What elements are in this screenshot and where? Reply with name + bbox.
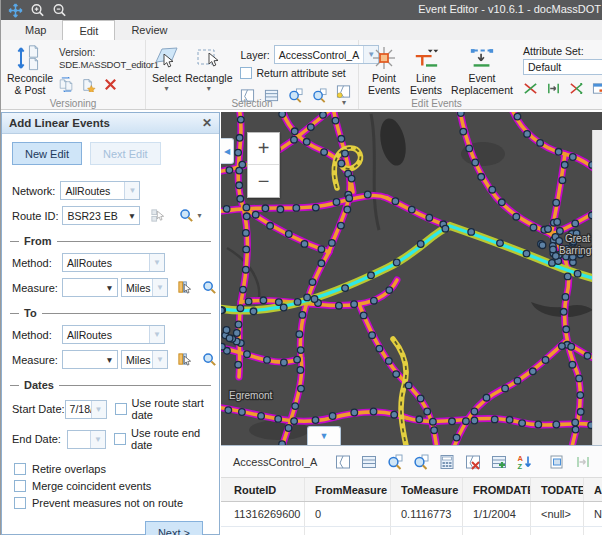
map-zoom-in-button[interactable]: + [248,133,279,165]
zoom-in-icon[interactable] [29,2,46,19]
end-date-label: End Date: [12,433,67,445]
pan-icon[interactable] [7,2,24,19]
zoom-to-route-icon [179,208,194,223]
to-measure-label: Measure: [12,354,62,366]
start-date-picker[interactable]: 7/18/ ▼ [65,400,107,419]
point-events-button[interactable]: Point Events [363,43,405,96]
pan-to-selected-icon[interactable] [413,454,429,470]
from-zoom-measure-icon[interactable] [202,280,217,295]
version-label: Version: [59,47,159,59]
prevent-measures-label: Prevent measures not on route [32,497,183,509]
field-calculator-icon[interactable] [439,454,455,470]
chevron-down-icon: ▾ [165,85,169,92]
window-title: Event Editor - v10.6.1 - docMassDOT [418,3,601,15]
route-id-combobox[interactable]: BSR23 EB ▼ [62,206,140,225]
rectangle-button[interactable]: Rectangle ▾ [183,43,234,96]
layer-label: Layer: [240,49,269,61]
return-attribute-set-checkbox[interactable] [240,67,252,79]
reconcile-post-button[interactable]: Reconcile & Post [5,43,55,96]
tab-edit[interactable]: Edit [62,20,115,40]
panel-header: Add Linear Events ✕ [2,113,219,134]
map-zoom-control: + − [247,132,280,198]
attribute-set-label: Attribute Set: [523,45,602,57]
add-record-icon[interactable] [491,454,507,470]
line-events-button[interactable]: Line Events [405,43,447,96]
end-date-picker[interactable]: ▼ [67,430,107,449]
prevent-measures-checkbox[interactable] [14,497,26,509]
select-button[interactable]: Select ▾ [150,43,183,96]
chevron-down-icon: ▼ [102,279,117,296]
to-measure-combobox[interactable]: ▼ [62,350,118,369]
group-versioning: Reconcile & Post Version: SDE.MASSDOT_ed… [1,40,146,109]
offset-record-icon[interactable] [575,454,591,470]
group-edit-events: Point Events Line Events Event Replaceme… [359,40,602,109]
record-properties-icon[interactable] [549,454,565,470]
column-header[interactable]: FromMeasure [305,478,391,501]
chevron-down-icon: ▼ [152,351,167,368]
merge-coincident-events-checkbox[interactable] [14,480,26,492]
column-header[interactable]: TODATE [531,478,584,501]
delete-selected-icon[interactable] [465,454,481,470]
merge-events-icon[interactable] [569,81,584,96]
table-header-row: RouteID FromMeasure ToMeasure FROMDATE T… [221,478,602,502]
column-header[interactable]: FROMDATE [463,478,531,501]
title-bar: Event Editor - v10.6.1 - docMassDOT [1,0,602,20]
add-linear-events-panel: Add Linear Events ✕ New Edit Next Edit N… [1,112,220,535]
column-header[interactable]: AC [584,478,602,501]
next-edit-button[interactable]: Next Edit [90,142,161,165]
offset-event-icon[interactable] [546,81,561,96]
network-select[interactable]: AllRoutes ▼ [60,181,140,200]
new-version-icon[interactable] [81,77,96,92]
reconcile-post-icon [17,45,43,71]
delete-version-icon[interactable] [103,77,118,92]
main-area: Egremont Great Barrington + − ◀ ▼ Access… [221,112,602,535]
split-event-icon[interactable] [523,81,538,96]
from-method-select[interactable]: AllRoutes ▼ [62,253,165,272]
table-row[interactable]: 11316270600 0 0.0795596 1/1/2004 <null> … [221,527,602,535]
use-route-end-date-checkbox[interactable] [114,433,126,445]
route-id-label: Route ID: [12,210,58,222]
new-edit-button[interactable]: New Edit [12,142,82,165]
attribute-window-icon[interactable] [592,81,602,96]
attribute-set-select[interactable]: Default [523,59,602,75]
tab-review[interactable]: Review [115,20,183,40]
column-header[interactable]: RouteID [221,478,305,501]
next-button[interactable]: Next > [145,521,203,535]
map-view[interactable]: Egremont Great Barrington + − ◀ ▼ [221,112,602,445]
to-zoom-measure-icon[interactable] [202,352,217,367]
map-right-strip [592,130,602,445]
close-icon[interactable]: ✕ [202,116,212,130]
event-replacement-button[interactable]: Event Replacement [447,43,517,96]
chevron-down-icon: ▼ [124,207,139,224]
zoom-to-route-button[interactable]: ▾ [179,208,201,223]
retire-overlaps-label: Retire overlaps [32,463,106,475]
map-zoom-out-button[interactable]: − [248,165,279,197]
table-row[interactable]: 11316269600 0 0.1116773 1/1/2004 <null> … [221,502,602,527]
to-method-label: Method: [12,329,62,341]
network-label: Network: [12,185,55,197]
zoom-out-icon[interactable] [51,2,68,19]
from-unit-select[interactable]: Miles ▼ [121,278,168,297]
to-unit-select[interactable]: Miles ▼ [121,350,168,369]
tab-map[interactable]: Map [9,20,62,40]
sort-icon[interactable]: AZ [517,454,533,470]
select-route-on-map-icon[interactable] [150,208,165,223]
use-route-start-date-checkbox[interactable] [115,403,127,415]
use-route-start-date-label: Use route start date [132,397,219,421]
change-version-icon[interactable] [59,77,74,92]
zoom-to-selected-icon[interactable] [387,454,403,470]
to-pick-measure-icon[interactable] [177,352,192,367]
retire-overlaps-checkbox[interactable] [14,463,26,475]
from-measure-combobox[interactable]: ▼ [62,278,118,297]
collapse-panel-arrow[interactable]: ◀ [221,138,234,164]
collapse-table-arrow[interactable]: ▼ [307,426,341,445]
version-value: SDE.MASSDOT_editor1 [59,59,159,71]
select-features-icon[interactable] [335,454,351,470]
to-method-select[interactable]: AllRoutes ▼ [62,325,165,344]
from-pick-measure-icon[interactable] [177,280,192,295]
table-layer-name: AccessControl_A [233,456,317,468]
show-selected-records-icon[interactable] [361,454,377,470]
column-header[interactable]: ToMeasure [391,478,463,501]
chevron-left-icon: ◀ [224,147,230,156]
select-icon [154,45,180,71]
